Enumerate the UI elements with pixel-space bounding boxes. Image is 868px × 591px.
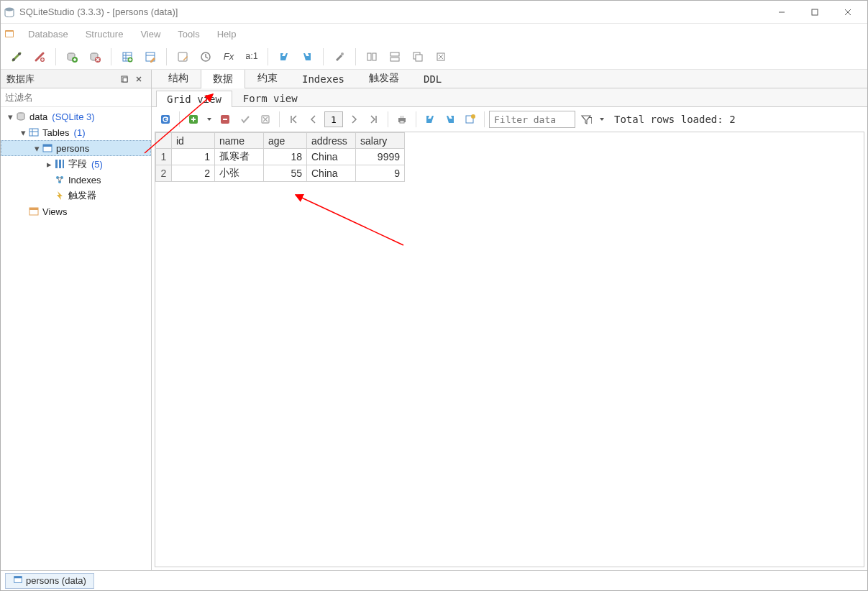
maximize-button[interactable]	[798, 1, 831, 23]
next-page-button[interactable]	[344, 110, 363, 129]
svg-rect-27	[373, 53, 376, 60]
tree-triggers-node[interactable]: 触发器	[1, 188, 151, 203]
tab-structure[interactable]: 结构	[156, 70, 201, 88]
refresh-button[interactable]	[156, 110, 175, 129]
cell[interactable]: 55	[264, 165, 307, 182]
commit-button[interactable]	[236, 110, 255, 129]
column-header-id[interactable]: id	[172, 133, 215, 149]
sql-editor-button[interactable]	[173, 47, 193, 67]
prev-page-button[interactable]	[304, 110, 323, 129]
delete-row-button[interactable]	[216, 110, 234, 129]
close-button[interactable]	[831, 1, 864, 23]
tree-db-node[interactable]: ▾ data (SQLite 3)	[1, 109, 151, 124]
table-row[interactable]: 22小张55China9	[156, 165, 405, 182]
tree-tables-node[interactable]: ▾ Tables (1)	[1, 124, 151, 140]
row-number[interactable]: 1	[156, 149, 172, 165]
open-table-button[interactable]	[117, 47, 137, 67]
expand-icon[interactable]: ▾	[32, 143, 42, 154]
minimize-button[interactable]	[765, 1, 798, 23]
svg-text:T: T	[589, 115, 592, 125]
menubar: Database Structure View Tools Help	[1, 24, 867, 44]
tab-ddl[interactable]: DDL	[411, 70, 454, 88]
cell[interactable]: 9	[356, 165, 405, 182]
tree-views-node[interactable]: Views	[1, 203, 151, 219]
data-grid[interactable]: idnameageaddresssalary11孤寒者18China999922…	[155, 132, 405, 182]
fields-label: 字段	[68, 157, 87, 170]
data-toolbar: T Total rows loaded: 2	[152, 107, 867, 132]
expand-icon[interactable]: ▸	[44, 159, 54, 170]
menu-help[interactable]: Help	[209, 26, 245, 42]
last-page-button[interactable]	[365, 110, 383, 129]
tile-h-button[interactable]	[362, 47, 382, 67]
add-db-button[interactable]	[62, 47, 82, 67]
subtab-form[interactable]: Form view	[232, 90, 309, 106]
separator	[111, 48, 111, 65]
tree-filter-input[interactable]	[5, 92, 147, 103]
menu-tools[interactable]: Tools	[169, 26, 208, 42]
column-header-age[interactable]: age	[264, 133, 307, 149]
remove-db-button[interactable]	[85, 47, 105, 67]
tables-count: (1)	[74, 127, 86, 138]
status-tab-label: persons (data)	[26, 575, 86, 586]
filter-dropdown[interactable]	[597, 110, 607, 129]
menu-database[interactable]: Database	[19, 26, 77, 42]
page-number-input[interactable]	[324, 111, 343, 127]
filter-apply-button[interactable]: T	[577, 110, 595, 129]
table-row[interactable]: 11孤寒者18China9999	[156, 149, 405, 165]
connect-db-button[interactable]	[6, 47, 27, 67]
column-header-address[interactable]: address	[307, 133, 356, 149]
cell[interactable]: China	[307, 149, 356, 165]
subtab-grid[interactable]: Grid view	[156, 91, 232, 107]
expand-icon[interactable]: ▾	[5, 111, 15, 122]
export-data-button[interactable]	[421, 110, 439, 129]
database-tree[interactable]: ▾ data (SQLite 3) ▾ Tables (1) ▾ person	[1, 107, 151, 570]
export-button[interactable]	[297, 47, 317, 67]
filter-data-input[interactable]	[489, 111, 575, 128]
tile-v-button[interactable]	[385, 47, 405, 67]
views-icon	[28, 206, 40, 217]
tab-triggers[interactable]: 触发器	[357, 70, 411, 88]
insert-row-dropdown[interactable]	[204, 110, 214, 129]
tab-data[interactable]: 数据	[201, 70, 245, 88]
tab-constraints[interactable]: 约束	[245, 70, 290, 88]
svg-rect-21	[178, 52, 187, 61]
import-data-button[interactable]	[441, 110, 460, 129]
status-tab-persons[interactable]: persons (data)	[5, 573, 94, 589]
cell[interactable]: 2	[172, 165, 215, 182]
cell[interactable]: 18	[264, 149, 307, 165]
cell[interactable]: 小张	[215, 165, 264, 182]
table-name: persons	[56, 143, 89, 154]
undock-panel-button[interactable]	[118, 73, 131, 86]
collation-button[interactable]: a:1	[242, 47, 262, 67]
import-button[interactable]	[274, 47, 294, 67]
cell[interactable]: China	[307, 165, 356, 182]
tree-fields-node[interactable]: ▸ 字段 (5)	[1, 156, 151, 172]
insert-row-button[interactable]	[184, 110, 203, 129]
row-number[interactable]: 2	[156, 165, 172, 182]
table-icon	[13, 574, 23, 587]
menu-view[interactable]: View	[132, 26, 169, 42]
edit-table-button[interactable]	[140, 47, 160, 67]
tree-table-persons[interactable]: ▾ persons	[1, 140, 151, 156]
first-page-button[interactable]	[284, 110, 303, 129]
cell[interactable]: 1	[172, 149, 215, 165]
expand-icon[interactable]: ▾	[18, 127, 28, 138]
svg-rect-40	[43, 145, 52, 147]
tree-indexes-node[interactable]: Indexes	[1, 172, 151, 188]
config-button[interactable]	[329, 47, 350, 67]
column-header-salary[interactable]: salary	[356, 133, 405, 149]
menu-structure[interactable]: Structure	[77, 26, 132, 42]
tab-indexes[interactable]: Indexes	[290, 70, 357, 88]
disconnect-db-button[interactable]	[29, 47, 50, 67]
cell[interactable]: 孤寒者	[215, 149, 264, 165]
populate-button[interactable]	[461, 110, 480, 129]
print-button[interactable]	[393, 110, 411, 129]
functions-button[interactable]: Fx	[219, 47, 239, 67]
close-all-button[interactable]	[431, 47, 451, 67]
column-header-name[interactable]: name	[215, 133, 264, 149]
cell[interactable]: 9999	[356, 149, 405, 165]
close-panel-button[interactable]	[132, 73, 145, 86]
history-button[interactable]	[196, 47, 216, 67]
rollback-button[interactable]	[256, 110, 275, 129]
cascade-button[interactable]	[408, 47, 428, 67]
